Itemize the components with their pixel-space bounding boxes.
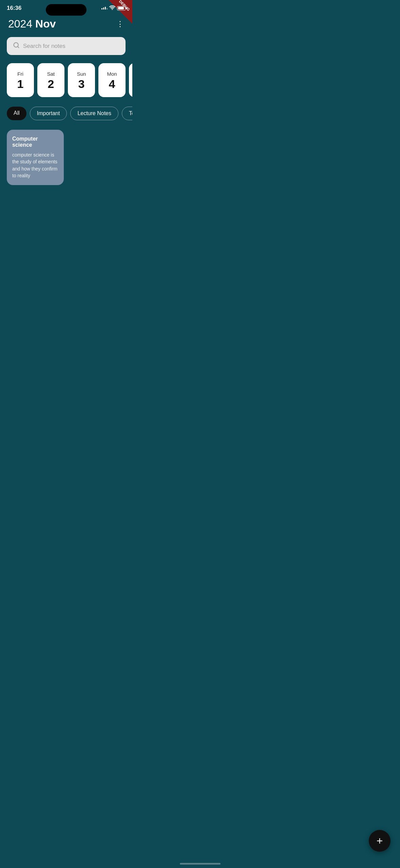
search-placeholder: Search for notes: [23, 43, 65, 50]
filter-tag-all[interactable]: All: [7, 107, 26, 120]
notes-grid: Computer science computer science is the…: [0, 130, 132, 185]
day-name: Fri: [17, 71, 23, 77]
more-options-button[interactable]: ⋮: [116, 20, 124, 29]
header-month: Nov: [35, 18, 56, 30]
day-number: 4: [109, 78, 115, 90]
note-body: computer science is the study of element…: [12, 151, 58, 179]
battery-icon: [117, 6, 126, 11]
day-name: Sun: [77, 71, 86, 77]
calendar-strip: Fri 1 Sat 2 Sun 3 Mon 4 Tue 5: [0, 63, 132, 107]
note-card[interactable]: Computer science computer science is the…: [7, 130, 64, 185]
day-card[interactable]: Sun 3: [68, 63, 95, 97]
wifi-icon: [109, 5, 115, 11]
status-icons: [101, 5, 126, 11]
filter-tags: AllImportantLecture NotesTo-do list: [0, 107, 132, 130]
day-name: Sat: [47, 71, 55, 77]
filter-tag-to-do-list[interactable]: To-do list: [122, 107, 132, 120]
day-number: 1: [17, 78, 24, 90]
status-bar: 16:36: [0, 0, 132, 14]
search-icon: [13, 42, 20, 50]
search-bar[interactable]: Search for notes: [7, 37, 126, 55]
header-year: 2024: [8, 18, 32, 30]
dynamic-island: [46, 4, 87, 16]
header: 2024 Nov ⋮: [0, 14, 132, 37]
day-number: 3: [78, 78, 85, 90]
header-title: 2024 Nov: [8, 18, 56, 30]
search-container: Search for notes: [7, 37, 126, 55]
day-name: Mon: [107, 71, 117, 77]
day-card[interactable]: Tue 5: [129, 63, 132, 97]
filter-tag-lecture-notes[interactable]: Lecture Notes: [70, 107, 118, 120]
svg-line-1: [18, 47, 19, 48]
note-title: Computer science: [12, 136, 58, 148]
signal-icon: [101, 7, 108, 10]
day-number: 2: [48, 78, 54, 90]
filter-tag-important[interactable]: Important: [30, 107, 67, 120]
day-card[interactable]: Sat 2: [37, 63, 64, 97]
status-time: 16:36: [7, 5, 21, 12]
day-card[interactable]: Fri 1: [7, 63, 34, 97]
day-card[interactable]: Mon 4: [98, 63, 126, 97]
